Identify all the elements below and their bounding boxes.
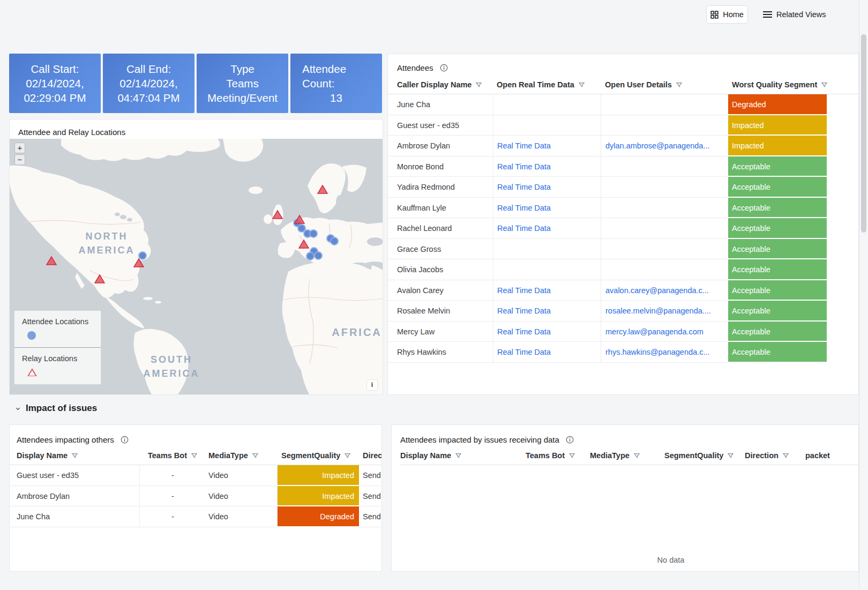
impact-of-issues-section[interactable]: Impact of issues <box>15 403 97 414</box>
user-details-link[interactable]: avalon.carey@panagenda.c... <box>601 280 728 301</box>
filter-icon[interactable] <box>727 447 734 466</box>
filter-icon[interactable] <box>252 447 259 466</box>
attendee-count-value: 13 <box>290 91 382 105</box>
zoom-in-button[interactable]: + <box>14 143 25 153</box>
type-label: Type <box>197 62 288 76</box>
filter-icon[interactable] <box>455 447 462 466</box>
col-segment-quality: SegmentQuality <box>664 451 723 460</box>
real-time-data-link[interactable] <box>493 239 601 260</box>
teams-bot: - <box>140 506 206 527</box>
home-button[interactable]: Home <box>706 5 748 24</box>
real-time-data-link[interactable]: Real Time Data <box>493 156 601 177</box>
user-details-link[interactable] <box>601 177 728 198</box>
attendee-location-marker[interactable] <box>139 252 146 259</box>
attendee-name: Olivia Jacobs <box>388 259 493 280</box>
related-views-label: Related Views <box>776 10 826 19</box>
user-details-link[interactable]: mercy.law@panagenda.com <box>601 322 728 342</box>
legend-relay-label: Relay Locations <box>22 354 101 363</box>
filter-icon[interactable] <box>344 447 351 466</box>
real-time-data-link[interactable]: Real Time Data <box>493 342 601 363</box>
related-views-button[interactable]: Related Views <box>763 6 826 23</box>
quality-badge: Acceptable <box>728 342 827 363</box>
attendee-name: Kauffman Lyle <box>388 198 493 219</box>
user-details-link[interactable] <box>601 218 728 239</box>
col-media-type: MediaType <box>208 451 248 460</box>
filter-icon[interactable] <box>191 447 198 466</box>
type-card: Type Teams Meeting/Event <box>197 54 288 113</box>
user-details-link[interactable] <box>601 259 728 280</box>
zoom-out-button[interactable]: − <box>14 154 25 165</box>
filter-icon[interactable] <box>676 77 683 95</box>
legend-relay-section: Relay Locations <box>14 347 101 384</box>
map-panel-title: Attendee and Relay Locations <box>10 120 383 139</box>
table-row: June ChaDegraded <box>388 94 858 115</box>
real-time-data-link[interactable]: Real Time Data <box>493 198 601 219</box>
real-time-data-link[interactable]: Real Time Data <box>493 280 601 301</box>
attendee-name: Avalon Carey <box>388 280 493 301</box>
table-row: Guest user - ed35 - Video Impacted Send <box>10 465 381 486</box>
call-end-label: Call End: <box>103 62 194 76</box>
real-time-data-link[interactable]: Real Time Data <box>493 177 601 198</box>
filter-icon[interactable] <box>71 447 78 466</box>
type-value-2: Meeting/Event <box>197 91 288 105</box>
real-time-data-link[interactable]: Real Time Data <box>493 322 601 342</box>
attendee-name: Rhys Hawkins <box>388 342 493 363</box>
info-icon[interactable] <box>566 436 574 444</box>
user-details-link[interactable]: rosalee.melvin@panagenda.... <box>601 301 728 322</box>
user-details-link[interactable]: rhys.hawkins@panagenda.c... <box>601 342 728 363</box>
quality-badge: Impacted <box>278 486 359 507</box>
filter-icon[interactable] <box>782 447 789 466</box>
real-time-data-link[interactable]: Real Time Data <box>493 218 601 239</box>
scrollbar-thumb[interactable] <box>861 34 866 233</box>
info-icon[interactable] <box>121 436 129 444</box>
user-details-link[interactable]: dylan.ambrose@panagenda... <box>601 136 728 156</box>
label-north: NORTH <box>86 231 128 242</box>
real-time-data-link[interactable] <box>493 115 601 136</box>
attendees-panel: Attendees Caller Display Name Open Real … <box>387 54 859 395</box>
filter-icon[interactable] <box>475 77 482 95</box>
filter-icon[interactable] <box>633 447 640 466</box>
direction: Send <box>359 465 382 486</box>
attendee-name: Monroe Bond <box>388 156 493 177</box>
real-time-data-link[interactable] <box>493 259 601 280</box>
filter-icon[interactable] <box>821 77 828 95</box>
page-scrollbar[interactable] <box>859 0 868 590</box>
table-row: Ambrose Dylan - Video Impacted Send <box>10 486 381 507</box>
real-time-data-link[interactable]: Real Time Data <box>493 301 601 322</box>
call-end-card: Call End: 02/14/2024, 04:47:04 PM <box>103 54 194 113</box>
call-end-date: 02/14/2024, <box>103 76 194 91</box>
attendee-name: June Cha <box>388 94 493 115</box>
attendee-location-marker[interactable] <box>306 252 314 260</box>
dashboard-page: Home Related Views Call Start: 02/14/202… <box>0 0 868 590</box>
quality-badge: Acceptable <box>728 280 827 301</box>
attendee-location-marker[interactable] <box>315 252 322 259</box>
filter-icon[interactable] <box>578 77 585 95</box>
filter-icon[interactable] <box>568 447 575 466</box>
attendee-count-label-1: Attendee <box>290 62 382 76</box>
attendee-location-marker[interactable] <box>310 230 317 237</box>
info-icon[interactable] <box>440 64 448 72</box>
call-start-label: Call Start: <box>9 62 101 76</box>
call-end-time: 04:47:04 PM <box>103 91 194 105</box>
attendee-location-marker[interactable] <box>331 237 338 245</box>
table-row: Ambrose DylanReal Time Datadylan.ambrose… <box>388 136 858 156</box>
quality-badge: Acceptable <box>728 198 827 219</box>
user-details-link[interactable] <box>601 115 728 136</box>
chevron-down-icon <box>15 406 21 412</box>
user-details-link[interactable] <box>601 198 728 219</box>
user-details-link[interactable] <box>601 239 728 260</box>
attendees-title: Attendees <box>397 63 433 72</box>
world-map[interactable]: NORTH AMERICA SOUTH AMERICA AFRICA + − A… <box>10 139 383 395</box>
user-details-link[interactable] <box>601 156 728 177</box>
col-teams-bot: Teams Bot <box>148 451 187 460</box>
real-time-data-link[interactable] <box>493 94 601 115</box>
label-south: SOUTH <box>151 354 192 365</box>
real-time-data-link[interactable]: Real Time Data <box>493 136 601 156</box>
direction: Send <box>359 486 382 507</box>
table-row: Yadira RedmondReal Time DataAcceptable <box>388 177 858 198</box>
quality-badge: Acceptable <box>728 259 827 280</box>
call-start-date: 02/14/2024, <box>9 76 101 91</box>
user-details-link[interactable] <box>601 94 728 115</box>
map-attribution-button[interactable]: i <box>367 380 377 390</box>
col-teams-bot: Teams Bot <box>526 451 565 460</box>
